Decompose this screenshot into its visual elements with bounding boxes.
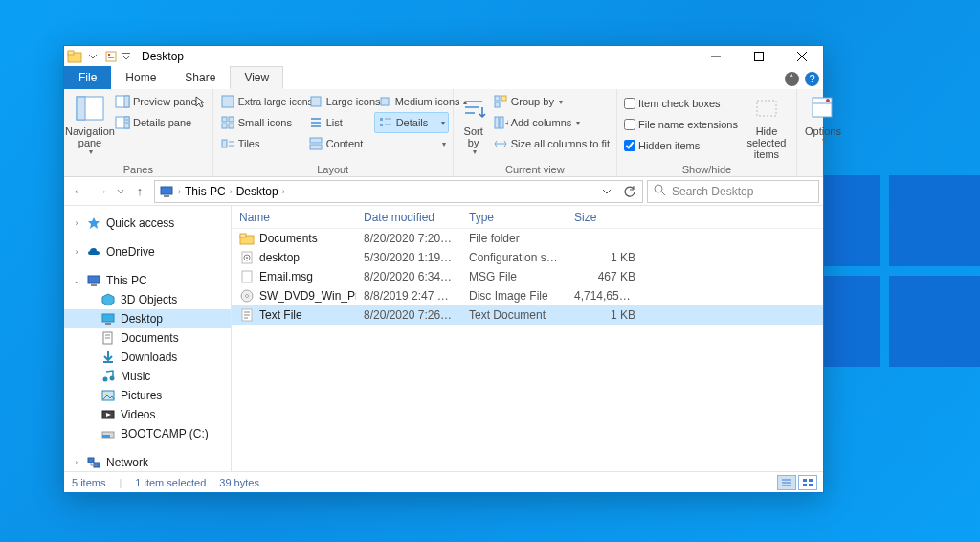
group-by-button[interactable]: Group by▾	[490, 91, 612, 112]
forward-button[interactable]: →	[91, 181, 112, 202]
file-row[interactable]: Documents8/20/2020 7:20 PMFile folder	[232, 229, 823, 248]
column-type[interactable]: Type	[461, 211, 567, 224]
sidebar-item-downloads[interactable]: Downloads	[64, 348, 231, 367]
close-button[interactable]	[780, 46, 823, 67]
scroll-down-icon[interactable]: ▾	[441, 119, 445, 127]
chevron-down-icon: ▾	[559, 98, 563, 106]
chevron-down-icon: ▾	[89, 148, 93, 157]
help-button[interactable]: ?	[805, 72, 819, 86]
tab-share[interactable]: Share	[170, 66, 230, 89]
hidden-items-toggle[interactable]: Hidden items	[621, 135, 741, 156]
tab-view[interactable]: View	[230, 66, 283, 89]
chevron-right-icon[interactable]: ›	[178, 187, 181, 196]
file-row[interactable]: desktop5/30/2020 1:19 PMConfiguration se…	[232, 248, 823, 267]
column-name[interactable]: Name	[232, 211, 356, 224]
hide-selected-button[interactable]: Hide selected items	[741, 91, 792, 163]
file-type: MSG File	[461, 270, 567, 283]
navigation-pane-icon	[75, 93, 105, 124]
layout-content[interactable]: Content	[305, 133, 374, 154]
titlebar: Desktop	[64, 46, 823, 67]
svg-rect-89	[809, 479, 813, 482]
file-row[interactable]: SW_DVD9_Win_Pro_10_...8/8/2019 2:47 PMDi…	[232, 286, 823, 305]
svg-point-63	[110, 376, 115, 381]
chevron-right-icon[interactable]: ›	[282, 187, 285, 196]
navigation-pane-button[interactable]: Navigation pane▾	[68, 91, 112, 163]
file-icon	[239, 307, 255, 323]
chevron-right-icon[interactable]: ›	[230, 187, 233, 196]
sidebar-item-quickaccess[interactable]: ›Quick access	[64, 214, 231, 233]
svg-rect-57	[105, 323, 111, 325]
sidebar-item-music[interactable]: Music	[64, 367, 231, 386]
sidebar-item-3dobjects[interactable]: 3D Objects	[64, 290, 231, 309]
window-title: Desktop	[142, 50, 184, 63]
address-dropdown[interactable]	[596, 182, 617, 201]
sidebar-item-bootcamp[interactable]: BOOTCAMP (C:)	[64, 424, 231, 443]
svg-rect-32	[222, 140, 227, 147]
layout-small[interactable]: Small icons	[217, 112, 305, 133]
details-pane-button[interactable]: Details pane	[112, 112, 209, 133]
add-columns-button[interactable]: +Add columns▾	[490, 112, 612, 133]
minimize-ribbon-button[interactable]: ˄	[785, 72, 799, 86]
layout-details[interactable]: Details▾	[374, 112, 449, 133]
layout-more-icon[interactable]: ▾	[442, 140, 446, 148]
address-refresh[interactable]	[619, 182, 640, 201]
breadcrumb-thispc[interactable]: This PC	[185, 185, 226, 198]
file-row[interactable]: Email.msg8/20/2020 6:34 PMMSG File467 KB	[232, 267, 823, 286]
layout-tiles[interactable]: Tiles	[217, 133, 305, 154]
layout-extra-large[interactable]: Extra large icons	[217, 91, 305, 112]
search-input[interactable]: Search Desktop	[647, 180, 819, 203]
sidebar-item-documents[interactable]: Documents	[64, 328, 231, 348]
address-bar[interactable]: › This PC › Desktop ›	[154, 180, 643, 203]
expand-icon[interactable]: ›	[72, 247, 81, 257]
properties-icon[interactable]	[102, 48, 120, 65]
svg-point-52	[655, 185, 662, 192]
layout-list[interactable]: List	[305, 112, 374, 133]
layout-medium[interactable]: Medium icons▴	[374, 91, 449, 112]
sidebar-item-desktop[interactable]: Desktop	[64, 309, 231, 328]
layout-large[interactable]: Large icons	[305, 91, 374, 112]
item-checkboxes-toggle[interactable]: Item check boxes	[621, 93, 741, 114]
expand-icon[interactable]: ›	[72, 218, 81, 228]
minimize-button[interactable]	[694, 46, 737, 67]
column-size[interactable]: Size	[567, 211, 643, 224]
sidebar-item-pictures[interactable]: Pictures	[64, 386, 231, 405]
downloads-icon	[100, 350, 116, 365]
file-date: 8/20/2020 7:20 PM	[356, 232, 461, 245]
file-row[interactable]: Text File8/20/2020 7:26 PMText Document1…	[232, 305, 823, 325]
options-button[interactable]: Options▾	[801, 91, 845, 174]
sidebar-item-thispc[interactable]: ⌄This PC	[64, 271, 231, 290]
explorer-body: ›Quick access ›OneDrive ⌄This PC 3D Obje…	[64, 206, 823, 471]
chevron-down-icon[interactable]	[84, 48, 101, 65]
filename-ext-toggle[interactable]: File name extensions	[621, 114, 741, 135]
sidebar-item-videos[interactable]: Videos	[64, 405, 231, 424]
file-rows: Documents8/20/2020 7:20 PMFile folderdes…	[232, 229, 823, 471]
preview-pane-button[interactable]: Preview pane	[112, 91, 209, 112]
drive-icon	[100, 426, 116, 441]
expand-icon[interactable]: ›	[72, 458, 81, 467]
view-details-button[interactable]	[777, 475, 796, 490]
column-date[interactable]: Date modified	[356, 211, 461, 224]
size-columns-button[interactable]: Size all columns to fit	[490, 133, 612, 154]
up-button[interactable]: ↑	[129, 181, 150, 202]
sidebar-item-network[interactable]: ›Network	[64, 453, 231, 471]
content-icon	[308, 136, 323, 151]
3dobjects-icon	[100, 292, 116, 307]
maximize-button[interactable]	[737, 46, 780, 67]
svg-rect-36	[310, 145, 322, 149]
svg-rect-28	[380, 118, 383, 121]
file-size: 1 KB	[567, 308, 643, 322]
status-bar: 5 items | 1 item selected 39 bytes	[64, 471, 823, 492]
ribbon-tabs: File Home Share View ˄ ?	[64, 67, 823, 89]
collapse-icon[interactable]: ⌄	[72, 276, 81, 285]
view-large-button[interactable]	[798, 475, 817, 490]
file-name: desktop	[259, 251, 300, 264]
back-button[interactable]: ←	[68, 181, 89, 202]
breadcrumb-desktop[interactable]: Desktop	[236, 185, 278, 198]
history-dropdown[interactable]	[114, 181, 127, 202]
tab-home[interactable]: Home	[111, 66, 170, 89]
sidebar-item-onedrive[interactable]: ›OneDrive	[64, 242, 231, 261]
sort-by-button[interactable]: Sort by▾	[457, 91, 490, 163]
chevron-down-icon: ▾	[473, 148, 477, 157]
qat-dropdown-icon[interactable]	[121, 48, 132, 65]
tab-file[interactable]: File	[64, 66, 111, 89]
